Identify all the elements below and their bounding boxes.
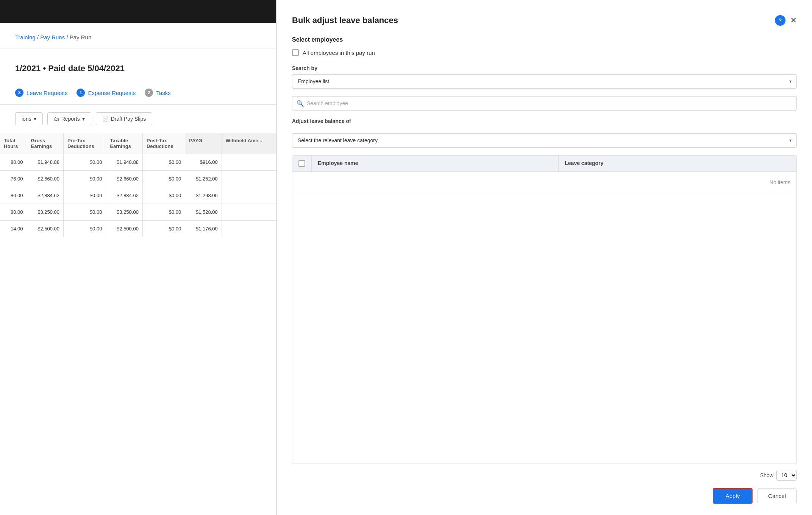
reports-folder-icon: 🗂: [54, 116, 59, 122]
table-cell: $1,176.00: [185, 221, 222, 237]
main-table-wrapper: TotalHours GrossEarnings Pre-TaxDeductio…: [0, 133, 276, 237]
table-cell: $0.00: [64, 171, 106, 187]
th-withheld: Withheld Ame...: [222, 133, 276, 154]
table-cell: $0.00: [64, 187, 106, 204]
ions-chevron-icon: ▾: [34, 116, 36, 122]
cancel-button[interactable]: Cancel: [757, 489, 797, 503]
select-employees-title: Select employees: [292, 36, 797, 43]
close-button[interactable]: ✕: [790, 16, 797, 25]
table-cell: [222, 204, 276, 221]
left-panel: Training / Pay Runs / Pay Run 1/2021 • P…: [0, 0, 276, 515]
th-gross-earnings: GrossEarnings: [27, 133, 64, 154]
bulk-adjust-modal: Bulk adjust leave balances ? ✕ Select em…: [276, 0, 812, 515]
table-cell: [222, 171, 276, 187]
table-cell: $0.00: [142, 154, 185, 171]
actions-row: ions ▾ 🗂 Reports ▾ 📄 Draft Pay Slips: [0, 112, 276, 133]
th-employee-name: Employee name: [312, 156, 559, 172]
breadcrumb-sep1: /: [37, 34, 40, 40]
table-row: 14.00$2,500.00$0.00$2,500.00$0.00$1,176.…: [0, 221, 276, 237]
all-employees-row: All employees in this pay run: [292, 49, 797, 56]
th-select-all: [292, 156, 312, 172]
divider-1: [0, 48, 276, 48]
modal-header: Bulk adjust leave balances ? ✕: [292, 15, 797, 26]
pay-date: 1/2021 • Paid date 5/04/2021: [0, 56, 276, 81]
table-cell: $0.00: [142, 171, 185, 187]
breadcrumb: Training / Pay Runs / Pay Run: [0, 23, 276, 48]
table-cell: $1,298.00: [185, 187, 222, 204]
table-cell: $0.00: [64, 221, 106, 237]
modal-employee-table: Employee name Leave category No items: [292, 156, 796, 193]
ions-button[interactable]: ions ▾: [15, 112, 43, 125]
reports-chevron-icon: ▾: [82, 116, 85, 122]
table-cell: $916.00: [185, 154, 222, 171]
no-items-cell: No items: [292, 172, 796, 193]
draft-pay-slips-button[interactable]: 📄 Draft Pay Slips: [96, 112, 153, 125]
pagination-select[interactable]: 102550: [776, 470, 797, 481]
breadcrumb-pay-runs[interactable]: Pay Runs: [40, 34, 65, 40]
table-cell: $0.00: [64, 204, 106, 221]
th-leave-category: Leave category: [559, 156, 796, 172]
th-pre-tax: Pre-TaxDeductions: [64, 133, 106, 154]
main-table: TotalHours GrossEarnings Pre-TaxDeductio…: [0, 133, 276, 237]
table-row: 80.00$3,250.00$0.00$3,250.00$0.00$1,528.…: [0, 204, 276, 221]
th-total-hours: TotalHours: [0, 133, 27, 154]
table-cell: $2,884.62: [106, 187, 143, 204]
breadcrumb-sep2: /: [66, 34, 69, 40]
table-cell: $2,884.62: [27, 187, 64, 204]
table-cell: 80.00: [0, 187, 27, 204]
table-cell: $1,948.88: [106, 154, 143, 171]
tabs-row: 3 Leave Requests 1 Expense Requests 2 Ta…: [0, 81, 276, 104]
table-cell: $0.00: [142, 187, 185, 204]
search-by-select-wrapper: Employee listLocationTeam ▾: [292, 74, 797, 89]
draft-pay-slips-icon: 📄: [102, 116, 109, 122]
table-cell: $3,250.00: [27, 204, 64, 221]
table-cell: $2,660.00: [106, 171, 143, 187]
leave-category-select-wrapper: Select the relevant leave category Annua…: [292, 133, 797, 148]
table-cell: 80.00: [0, 204, 27, 221]
table-cell: [222, 221, 276, 237]
th-payg: PAYG: [185, 133, 222, 154]
select-all-checkbox[interactable]: [298, 160, 305, 167]
modal-footer: Apply Cancel: [292, 488, 797, 504]
tab-expense-requests[interactable]: 1 Expense Requests: [77, 89, 136, 97]
tab-badge-tasks: 2: [145, 89, 153, 97]
table-cell: $1,252.00: [185, 171, 222, 187]
help-button[interactable]: ?: [775, 15, 785, 26]
reports-label: Reports: [61, 116, 80, 122]
leave-category-select[interactable]: Select the relevant leave category Annua…: [292, 133, 797, 148]
table-cell: 76.00: [0, 171, 27, 187]
apply-button[interactable]: Apply: [713, 488, 753, 504]
modal-title: Bulk adjust leave balances: [292, 16, 398, 25]
table-cell: $0.00: [142, 221, 185, 237]
th-post-tax: Post-TaxDeductions: [142, 133, 185, 154]
breadcrumb-pay-run: Pay Run: [70, 34, 92, 40]
th-taxable: TaxableEarnings: [106, 133, 143, 154]
table-cell: 80.00: [0, 154, 27, 171]
show-label: Show: [760, 472, 773, 478]
table-row: 80.00$1,948.88$0.00$1,948.88$0.00$916.00: [0, 154, 276, 171]
no-items-row: No items: [292, 172, 796, 193]
table-cell: $0.00: [142, 204, 185, 221]
table-cell: 14.00: [0, 221, 27, 237]
draft-pay-slips-label: Draft Pay Slips: [111, 116, 146, 122]
all-employees-label: All employees in this pay run: [303, 50, 375, 56]
search-employee-input[interactable]: [292, 96, 797, 110]
search-by-select[interactable]: Employee listLocationTeam: [292, 74, 797, 89]
table-cell: [222, 154, 276, 171]
reports-button[interactable]: 🗂 Reports ▾: [47, 112, 91, 125]
tab-badge-expense: 1: [77, 89, 85, 97]
breadcrumb-training[interactable]: Training: [15, 34, 36, 40]
modal-header-actions: ? ✕: [775, 15, 797, 26]
tab-label-tasks: Tasks: [156, 90, 170, 96]
table-cell: $1,528.00: [185, 204, 222, 221]
table-cell: $1,948.88: [27, 154, 64, 171]
ions-label: ions: [22, 116, 31, 122]
table-cell: [222, 187, 276, 204]
all-employees-checkbox[interactable]: [292, 49, 299, 56]
tab-leave-requests[interactable]: 3 Leave Requests: [15, 89, 67, 97]
table-cell: $2,500.00: [27, 221, 64, 237]
adjust-leave-label: Adjust leave balance of: [292, 118, 797, 124]
search-wrapper: 🔍: [292, 96, 797, 110]
tab-tasks[interactable]: 2 Tasks: [145, 89, 170, 97]
pagination-row: Show 102550: [292, 470, 797, 481]
